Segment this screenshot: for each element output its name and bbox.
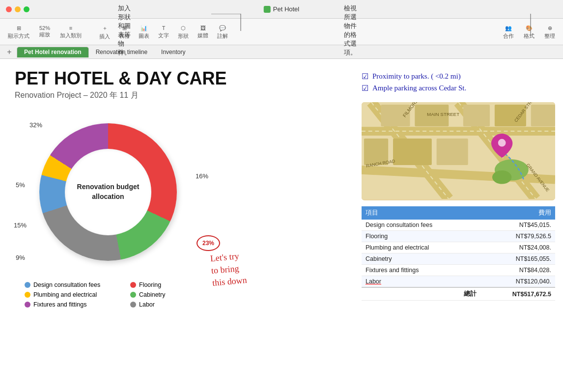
close-button[interactable] <box>6 6 12 12</box>
view-button[interactable]: ⊞ 顯示方式 <box>8 24 29 40</box>
media-button[interactable]: 🖼 媒體 <box>197 24 208 39</box>
legend-dot-cabinetry <box>130 292 136 298</box>
table-cell-cost: NT$165,055. <box>480 253 555 265</box>
traffic-lights <box>6 6 29 12</box>
add-category-label: 加入類別 <box>60 32 82 39</box>
table-cell-cost: NT$79,526.5 <box>480 231 555 242</box>
list-icon: ≡ <box>69 25 72 31</box>
format-icon: 🎨 <box>526 25 533 31</box>
table-row: Plumbing and electrical NT$24,008. <box>362 242 555 253</box>
zoom-label: 縮放 <box>39 31 50 38</box>
table-row: Fixtures and fittings NT$84,028. <box>362 265 555 276</box>
legend-label-labor: Labor <box>139 301 155 308</box>
window-title-text: Pet Hotel <box>273 5 299 13</box>
legend-item-cabinetry: Cabinetry <box>130 291 221 298</box>
legend-dot-design <box>25 282 30 288</box>
legend-label-plumbing: Plumbing and electrical <box>33 291 97 298</box>
insert-button[interactable]: ＋ 插入 <box>99 24 110 40</box>
text-button[interactable]: T 文字 <box>158 24 169 39</box>
svg-point-25 <box>498 139 506 147</box>
media-label: 媒體 <box>197 32 208 39</box>
checklist: ☑ Proximity to parks. ( <0.2 mi) ☑ Ample… <box>362 69 555 96</box>
comment-label: 註解 <box>217 32 228 40</box>
text-label: 文字 <box>158 32 169 39</box>
checkbox-icon-0[interactable]: ☑ <box>362 71 368 83</box>
zoom-button[interactable] <box>24 6 29 12</box>
collaborate-button[interactable]: 👥 合作 <box>503 24 514 40</box>
window-title: Pet Hotel <box>264 5 299 13</box>
legend-label-flooring: Flooring <box>139 281 161 288</box>
budget-table: 項目 費用 Design consultation fees NT$45,015… <box>362 206 555 301</box>
checkbox-icon-1[interactable]: ☑ <box>362 83 368 94</box>
donut-chart[interactable]: Renovation budgetallocation <box>25 109 192 276</box>
chart-label-16: 16% <box>196 172 208 180</box>
titlebar: Pet Hotel <box>0 0 563 19</box>
table-cell-cost: NT$120,040. <box>480 276 555 288</box>
text-icon: T <box>162 25 166 31</box>
zoom-value[interactable]: 52% <box>39 25 50 31</box>
table-cell-item: Plumbing and electrical <box>362 242 480 253</box>
insert-label: 插入 <box>99 33 110 40</box>
svg-point-18 <box>492 170 511 184</box>
checklist-item-1: ☑ Ample parking across Cedar St. <box>362 83 555 94</box>
document-area: PET HOTEL & DAY CARE Renovation Project … <box>0 59 357 392</box>
svg-rect-16 <box>437 139 468 165</box>
comment-button[interactable]: 💬 註解 <box>217 24 228 40</box>
tab-renovation-timeline[interactable]: Renovation timeline <box>89 47 154 57</box>
table-header-item: 項目 <box>362 206 480 220</box>
table-header-cost: 費用 <box>480 206 555 220</box>
table-label: 表格 <box>119 32 130 40</box>
map-svg: FILMORE ST. MAIN STREET CEDAR STREET GRA… <box>362 102 555 199</box>
document-subtitle: Renovation Project – 2020 年 11 月 <box>15 90 342 101</box>
tab-pet-hotel-renovation[interactable]: Pet Hotel renovation <box>17 47 89 57</box>
tab-label-1: Renovation timeline <box>96 49 147 56</box>
budget-table-container: 項目 費用 Design consultation fees NT$45,015… <box>362 206 555 301</box>
shape-icon: ⬡ <box>181 25 186 31</box>
format-label: 格式 <box>524 32 535 40</box>
table-row: Design consultation fees NT$45,015. <box>362 220 555 231</box>
table-row: Flooring NT$79,526.5 <box>362 231 555 242</box>
circled-value: 23% <box>202 240 214 247</box>
checklist-item-0: ☑ Proximity to parks. ( <0.2 mi) <box>362 71 555 83</box>
add-category-button[interactable]: ≡ 加入類別 <box>60 24 82 39</box>
view-icon: ⊞ <box>17 25 21 31</box>
table-cell-item: Fixtures and fittings <box>362 265 480 276</box>
main-content: PET HOTEL & DAY CARE Renovation Project … <box>0 59 563 392</box>
chart-label-5: 5% <box>16 181 25 189</box>
legend-dot-labor <box>130 302 136 308</box>
legend-label-design: Design consultation fees <box>33 281 100 288</box>
chart-icon: 📊 <box>141 25 147 31</box>
legend-dot-flooring <box>130 282 136 288</box>
chart-label-15: 15% <box>14 222 27 229</box>
donut-foreign: Renovation budgetallocation <box>25 109 192 276</box>
legend-item-labor: Labor <box>130 301 221 308</box>
organize-button[interactable]: ⊕ 整理 <box>544 24 555 40</box>
chart-button[interactable]: 📊 圖表 <box>139 24 149 40</box>
table-cell-cost: NT$45,015. <box>480 220 555 231</box>
insert-tools: ＋ 插入 ⊞ 表格 📊 圖表 T 文字 ⬡ 形狀 🖼 媒體 💬 註解 <box>99 24 228 40</box>
table-total-value: NT$517,672.5 <box>480 287 555 301</box>
legend-dot-plumbing <box>25 292 30 298</box>
tab-inventory[interactable]: Inventory <box>154 47 192 57</box>
organize-label: 整理 <box>544 32 555 40</box>
view-label: 顯示方式 <box>8 32 29 40</box>
collaborate-icon: 👥 <box>505 25 512 31</box>
table-cell-item: Flooring <box>362 231 480 242</box>
legend-item-flooring: Flooring <box>130 281 221 288</box>
table-icon: ⊞ <box>122 25 127 31</box>
checklist-text-0: Proximity to parks. ( <0.2 mi) <box>372 71 461 82</box>
table-cell-item: Labor <box>362 276 480 288</box>
format-button[interactable]: 🎨 格式 <box>524 24 535 40</box>
shape-button[interactable]: ⬡ 形狀 <box>178 24 189 40</box>
circled-label: 23% <box>197 235 220 251</box>
collaborate-label: 合作 <box>503 32 514 40</box>
minimize-button[interactable] <box>15 6 21 12</box>
shape-label: 形狀 <box>178 32 189 40</box>
tab-label-2: Inventory <box>161 49 185 56</box>
zoom-control[interactable]: 52% 縮放 <box>39 25 50 38</box>
table-button[interactable]: ⊞ 表格 <box>119 24 130 40</box>
table-row-labor: Labor NT$120,040. <box>362 276 555 288</box>
add-tab-button[interactable]: + <box>4 47 15 57</box>
toolbar-right: 👥 合作 🎨 格式 ⊕ 整理 <box>503 24 555 40</box>
svg-text:MAIN STREET: MAIN STREET <box>427 112 459 117</box>
